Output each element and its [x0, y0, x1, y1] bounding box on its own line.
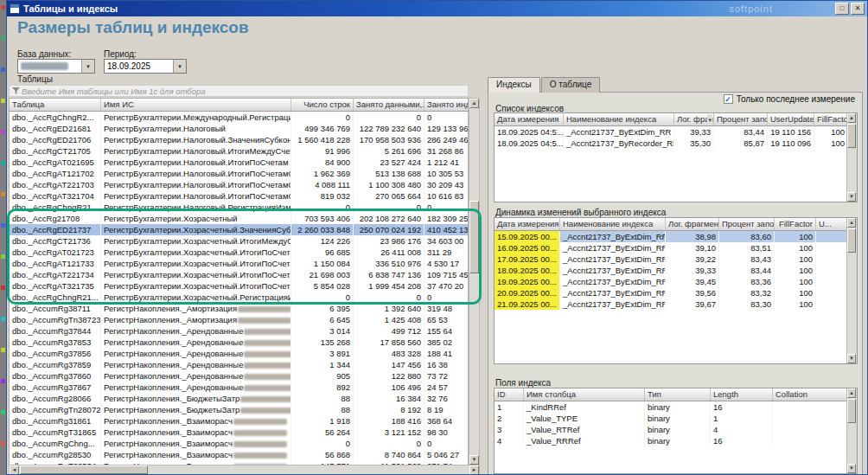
table-row[interactable]: 19.09.2025 00..._Accnt21737_ByExtDim_RR3… — [495, 276, 857, 287]
column-header[interactable]: Таблица — [10, 99, 101, 111]
column-header[interactable]: Collation — [773, 388, 848, 401]
column-header[interactable]: Length — [711, 388, 773, 401]
table-row[interactable]: 15.09.2025 00..._Accnt21737_ByExtDim_RR3… — [495, 231, 857, 242]
column-header[interactable]: Тип — [645, 388, 711, 401]
scroll-thumb[interactable] — [847, 399, 856, 423]
tab-about-table[interactable]: О таблице — [541, 77, 600, 93]
vertical-scrollbar[interactable]: ▲ ▼ — [846, 113, 857, 202]
column-header[interactable]: Лог. фрагм... — [674, 113, 714, 125]
table-row[interactable]: dbo._AccumRg38711РегистрНакопления._Амор… — [10, 303, 468, 314]
table-row[interactable]: dbo._AccRgChngR2...РегистрБухгалтерии.Ме… — [10, 112, 468, 123]
table-row[interactable]: 1_KindRRefbinary16 — [495, 401, 857, 413]
table-row[interactable]: 21.09.2025 00..._Accnt21737_ByExtDim_RR3… — [495, 298, 857, 310]
column-header[interactable]: Лог. фрагмент... — [666, 218, 719, 230]
table-row[interactable]: dbo._AccRgAT021695РегистрБухгалтерии.Нал… — [10, 157, 468, 168]
column-header[interactable]: Занято индексами, байт — [424, 99, 469, 111]
column-header[interactable]: Процент запол... — [719, 218, 775, 230]
titlebar[interactable]: Таблицы и индексы softpoint □ ✕ — [7, 1, 867, 16]
column-header[interactable]: Имя столбца — [524, 388, 645, 401]
horizontal-scrollbar[interactable]: ◄ ► — [9, 465, 480, 474]
table-row[interactable]: dbo._AccumRg37859РегистрНакопления._Арен… — [10, 359, 468, 370]
table-row[interactable]: dbo._AccRgED21681РегистрБухгалтерии.Нало… — [10, 123, 468, 134]
table-row[interactable]: dbo._AccumRg37860РегистрНакопления._Арен… — [10, 370, 468, 382]
table-row[interactable]: dbo._AccRg21708РегистрБухгалтерии.Хозрас… — [10, 213, 468, 224]
vertical-scrollbar[interactable]: ▲ ▼ — [846, 218, 857, 363]
scroll-down-icon[interactable]: ▼ — [469, 455, 479, 465]
database-select[interactable]: ▼ — [17, 59, 95, 74]
scroll-down-icon[interactable]: ▼ — [847, 192, 856, 202]
table-row[interactable]: dbo._AccRgChngR21...РегистрБухгалтерии.Х… — [10, 292, 468, 303]
period-select[interactable]: 18.09.2025 ▼ — [104, 59, 187, 74]
chevron-down-icon[interactable]: ▼ — [81, 60, 94, 73]
table-row[interactable]: dbo._AccumRg37853РегистрНакопления._Арен… — [10, 337, 468, 348]
last-measure-checkbox[interactable]: ✓ Только последнее измерение — [724, 94, 855, 104]
scroll-thumb[interactable] — [469, 201, 479, 273]
table-row[interactable]: 18.09.2025 04:5..._Accnt21737_ByRecorder… — [495, 138, 857, 149]
close-button[interactable]: ✕ — [851, 3, 865, 15]
table-row[interactable]: 18.09.2025 00..._Accnt21737_ByExtDim_RR3… — [495, 265, 857, 276]
table-row[interactable]: dbo._AccumRg37856РегистрНакопления._Арен… — [10, 348, 468, 359]
table-row[interactable]: dbo._AccRgAT121733РегистрБухгалтерии.Хоз… — [10, 258, 468, 269]
scroll-down-icon[interactable]: ▼ — [847, 354, 856, 363]
column-header[interactable]: Дата измерения — [495, 113, 564, 125]
filter-input[interactable] — [22, 86, 468, 96]
scroll-up-icon[interactable]: ▲ — [847, 218, 856, 228]
scroll-up-icon[interactable]: ▲ — [847, 113, 856, 123]
table-row[interactable]: dbo._AccRgAT321735РегистрБухгалтерии.Хоз… — [10, 280, 468, 292]
column-header[interactable]: Процент запол... — [714, 113, 768, 125]
table-row[interactable]: dbo._AccRgCT21705РегистрБухгалтерии.Нало… — [10, 145, 468, 157]
table-row[interactable]: 17.09.2025 00..._Accnt21737_ByExtDim_RR3… — [495, 254, 857, 265]
tab-indexes[interactable]: Индексы — [488, 77, 540, 93]
column-header[interactable]: ID — [495, 388, 524, 401]
table-row[interactable]: 3_Value_RTRefbinary4 — [495, 424, 857, 435]
scroll-left-icon[interactable]: ◄ — [10, 465, 19, 474]
table-row[interactable]: dbo._AccumRg31861РегистрНакопления._Взаи… — [10, 415, 468, 427]
table-row[interactable]: 2_Value_TYPEbinary1 — [495, 413, 857, 424]
table-row[interactable]: dbo._AccRgED21706РегистрБухгалтерии.Нало… — [10, 134, 468, 145]
vertical-scrollbar[interactable]: ▲ ▼ — [469, 98, 480, 465]
table-row[interactable]: dbo._AccumRgT31865РегистрНакопления._Вза… — [10, 427, 468, 438]
filter-bar[interactable] — [9, 85, 469, 97]
table-row[interactable]: dbo._AccRgCT21736РегистрБухгалтерии.Хозр… — [10, 235, 468, 247]
table-row[interactable]: dbo._AccumRgChng...РегистрНакопления._Вз… — [10, 438, 468, 449]
column-header[interactable]: Число строк — [291, 99, 354, 111]
table-row[interactable]: dbo._AccRgAT021723РегистрБухгалтерии.Хоз… — [10, 247, 468, 258]
column-header[interactable]: Наименование индекса — [564, 113, 674, 125]
column-header[interactable]: Имя ИС — [101, 99, 291, 111]
cell: 2 — [495, 413, 524, 424]
table-row[interactable]: dbo._AccumRgTn38723РегистрНакопления._Ам… — [10, 314, 468, 325]
table-row[interactable]: dbo._AccRgED21737РегистрБухгалтерии.Хозр… — [10, 224, 468, 235]
scroll-up-icon[interactable]: ▲ — [469, 99, 479, 108]
table-row[interactable]: 16.09.2025 00..._Accnt21737_ByExtDim_RR3… — [495, 242, 857, 254]
table-row[interactable]: dbo._AccumRg28530РегистрНакопления._Взаи… — [10, 449, 468, 460]
scroll-thumb[interactable] — [847, 228, 856, 253]
table-row[interactable]: dbo._AccRgAT121702РегистрБухгалтерии.Нал… — [10, 168, 468, 179]
column-header[interactable]: Занято данными,... — [354, 99, 424, 111]
scroll-right-icon[interactable]: ► — [469, 465, 479, 474]
table-row[interactable]: dbo._AccumRg37844РегистрНакопления._Арен… — [10, 325, 468, 337]
column-header[interactable]: U... — [816, 218, 848, 230]
table-row[interactable]: dbo._AccumRgTn28072РегистрНакопления._Бю… — [10, 404, 468, 415]
chevron-down-icon[interactable]: ▼ — [173, 60, 186, 73]
table-row[interactable]: dbo._AccRgChngR21...РегистрБухгалтерии.Н… — [10, 202, 468, 213]
vertical-scrollbar[interactable]: ▲ ▼ — [846, 388, 857, 473]
column-header[interactable]: Наименование индекса — [560, 218, 666, 230]
table-row[interactable]: 20.09.2025 00..._Accnt21737_ByExtDim_RR3… — [495, 287, 857, 298]
column-header[interactable]: Дата измерения — [495, 218, 560, 230]
table-row[interactable]: dbo._AccumRg37867РегистрНакопления._Арен… — [10, 382, 468, 393]
table-row[interactable]: dbo._AccRgAT221703РегистрБухгалтерии.Нал… — [10, 179, 468, 190]
scroll-up-icon[interactable]: ▲ — [847, 388, 856, 398]
table-row[interactable]: dbo._AccumRg28066РегистрНакопления._Бюдж… — [10, 393, 468, 404]
restore-button[interactable]: □ — [835, 3, 849, 15]
table-row[interactable]: dbo._AccRgAT321704РегистрБухгалтерии.Нал… — [10, 190, 468, 202]
scroll-thumb[interactable] — [20, 465, 148, 474]
scroll-down-icon[interactable]: ▼ — [847, 464, 856, 473]
scroll-thumb[interactable] — [847, 124, 856, 148]
table-row[interactable]: 4_Value_RRRefbinary16 — [495, 435, 857, 446]
table-row[interactable]: 18.09.2025 04:5..._Accnt21737_ByExtDim_R… — [495, 126, 857, 138]
table-row[interactable]: dbo._AccRgAT221734РегистрБухгалтерии.Хоз… — [10, 269, 468, 280]
column-header[interactable]: UserUpdates — [768, 113, 814, 125]
column-header[interactable]: FillFactor — [775, 218, 816, 230]
column-header[interactable]: FillFactor — [814, 113, 848, 125]
cell: 182 309 257 21 — [424, 213, 469, 224]
